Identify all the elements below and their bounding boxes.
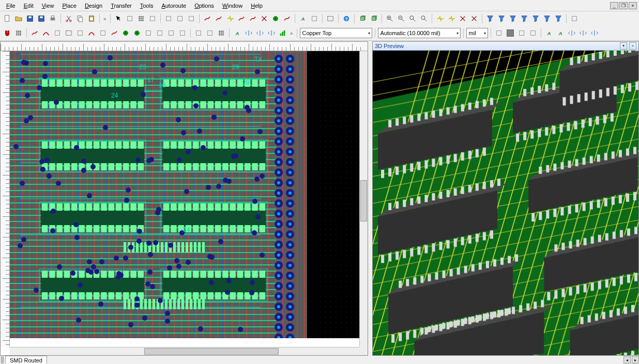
spread-icon[interactable] bbox=[205, 28, 215, 38]
cut-icon[interactable] bbox=[64, 13, 74, 24]
draw-rect-icon[interactable] bbox=[64, 28, 74, 38]
menu-options[interactable]: Options bbox=[190, 2, 218, 10]
graph-icon[interactable] bbox=[278, 28, 288, 38]
vertical-scrollbar[interactable] bbox=[359, 51, 368, 347]
layer-combo[interactable]: Copper Top bbox=[300, 28, 372, 38]
mdi-restore-button[interactable]: ❐ bbox=[619, 2, 628, 9]
draw-keepout-icon[interactable] bbox=[166, 28, 176, 38]
menu-file[interactable]: File bbox=[2, 2, 20, 10]
pointer-icon[interactable] bbox=[113, 13, 124, 24]
line-style-button[interactable] bbox=[516, 28, 527, 38]
unit-combo[interactable]: mil bbox=[466, 28, 488, 38]
save-icon[interactable] bbox=[25, 13, 35, 24]
toggle-3d-icon[interactable] bbox=[369, 13, 379, 24]
place-text-button[interactable]: A bbox=[544, 28, 554, 38]
dim-icon[interactable] bbox=[309, 13, 320, 24]
funnel-6-icon[interactable] bbox=[542, 13, 552, 24]
print-icon[interactable] bbox=[48, 13, 58, 24]
horizontal-scroll-thumb[interactable] bbox=[144, 348, 279, 355]
fill-pattern-button[interactable] bbox=[494, 28, 504, 38]
toolbar-overflow-icon[interactable]: » bbox=[102, 16, 108, 22]
draw-via-icon[interactable] bbox=[120, 28, 131, 38]
grid-icon[interactable] bbox=[136, 13, 146, 24]
draw-poly-icon[interactable] bbox=[52, 28, 63, 38]
text-height-button[interactable]: A bbox=[555, 28, 566, 38]
text-style-icon[interactable]: A bbox=[232, 28, 242, 38]
layer-up-icon[interactable] bbox=[163, 13, 174, 24]
menu-transfer[interactable]: Transfer bbox=[106, 2, 136, 10]
track-width-icon[interactable] bbox=[282, 13, 292, 24]
tab-scroll-right-button[interactable]: ▸ bbox=[632, 356, 639, 363]
copy-icon[interactable] bbox=[75, 13, 85, 24]
unroute-icon[interactable] bbox=[236, 13, 247, 24]
open-icon[interactable] bbox=[13, 13, 24, 24]
mdi-close-button[interactable]: × bbox=[629, 2, 637, 9]
funnel-5-icon[interactable] bbox=[530, 13, 541, 24]
menu-window[interactable]: Window bbox=[218, 2, 247, 10]
menu-view[interactable]: View bbox=[38, 2, 58, 10]
props-icon[interactable] bbox=[125, 13, 135, 24]
funnel-7-icon[interactable] bbox=[553, 13, 564, 24]
mirror-h-icon[interactable] bbox=[244, 28, 254, 38]
route-icon[interactable] bbox=[202, 13, 212, 24]
draw-bus-icon[interactable] bbox=[98, 28, 108, 38]
menu-edit[interactable]: Edit bbox=[20, 2, 38, 10]
menu-autoroute[interactable]: Autoroute bbox=[157, 2, 190, 10]
preview-pin-button[interactable]: ▾ bbox=[620, 42, 627, 50]
layer-down-icon[interactable] bbox=[175, 13, 185, 24]
funnel-4-icon[interactable] bbox=[519, 13, 529, 24]
via-icon[interactable] bbox=[270, 13, 281, 24]
autoplace-icon[interactable] bbox=[193, 28, 204, 38]
net-icon[interactable] bbox=[225, 13, 235, 24]
magnet-icon[interactable] bbox=[2, 28, 12, 38]
menu-design[interactable]: Design bbox=[81, 2, 106, 10]
clear-highlight-icon[interactable] bbox=[446, 13, 457, 24]
toolbar-overflow-icon[interactable]: » bbox=[289, 30, 294, 36]
drc-icon[interactable] bbox=[259, 13, 269, 24]
select-rect-icon[interactable] bbox=[325, 13, 336, 24]
grid-small-icon[interactable] bbox=[13, 28, 24, 38]
draw-curve-icon[interactable] bbox=[86, 28, 97, 38]
report-icon[interactable] bbox=[569, 13, 580, 24]
draw-comp-icon[interactable] bbox=[177, 28, 188, 38]
preview-close-button[interactable]: × bbox=[629, 42, 636, 50]
highlight-net-icon[interactable] bbox=[435, 13, 445, 24]
paste-icon[interactable] bbox=[86, 13, 97, 24]
save-all-icon[interactable] bbox=[36, 13, 47, 24]
zoom-fit-icon[interactable] bbox=[407, 13, 418, 24]
draw-arc-icon[interactable] bbox=[41, 28, 51, 38]
draw-fill-icon[interactable] bbox=[155, 28, 165, 38]
fill-color-swatch[interactable] bbox=[505, 28, 515, 38]
funnel-1-icon[interactable] bbox=[485, 13, 495, 24]
line-weight-button[interactable] bbox=[528, 28, 538, 38]
tab-smd-routed[interactable]: SMD Routed bbox=[5, 356, 47, 364]
draw-circle-icon[interactable] bbox=[75, 28, 85, 38]
menu-tools[interactable]: Tools bbox=[136, 2, 158, 10]
help-icon[interactable]: ? bbox=[341, 13, 352, 24]
mirror-v-icon[interactable] bbox=[255, 28, 265, 38]
funnel-3-icon[interactable] bbox=[508, 13, 518, 24]
snap-icon[interactable] bbox=[147, 13, 158, 24]
layer-props-icon[interactable] bbox=[186, 13, 196, 24]
rotate-icon[interactable] bbox=[266, 28, 277, 38]
angle-button[interactable] bbox=[567, 28, 577, 38]
menu-place[interactable]: Place bbox=[58, 2, 81, 10]
reroute-icon[interactable] bbox=[248, 13, 258, 24]
mdi-minimize-button[interactable]: _ bbox=[610, 2, 618, 9]
flip-button[interactable] bbox=[578, 28, 588, 38]
draw-pad-icon[interactable] bbox=[132, 28, 142, 38]
text-place-icon[interactable]: A bbox=[298, 13, 308, 24]
draw-poly2-icon[interactable] bbox=[143, 28, 154, 38]
pcb-canvas-wrap[interactable] bbox=[10, 51, 359, 347]
tab-gripper-icon[interactable] bbox=[1, 356, 4, 363]
vertical-scroll-thumb[interactable] bbox=[360, 180, 367, 221]
measure-icon[interactable] bbox=[469, 13, 479, 24]
grid-combo[interactable]: Automatic (10.0000 mil) bbox=[378, 28, 461, 38]
zoom-window-icon[interactable] bbox=[419, 13, 429, 24]
refresh-3d-icon[interactable] bbox=[357, 13, 368, 24]
filter-icon[interactable] bbox=[458, 13, 468, 24]
align-button[interactable] bbox=[589, 28, 600, 38]
pcb-canvas[interactable] bbox=[10, 51, 359, 338]
arc-route-icon[interactable] bbox=[214, 13, 224, 24]
grid-cfg-icon[interactable] bbox=[216, 28, 226, 38]
